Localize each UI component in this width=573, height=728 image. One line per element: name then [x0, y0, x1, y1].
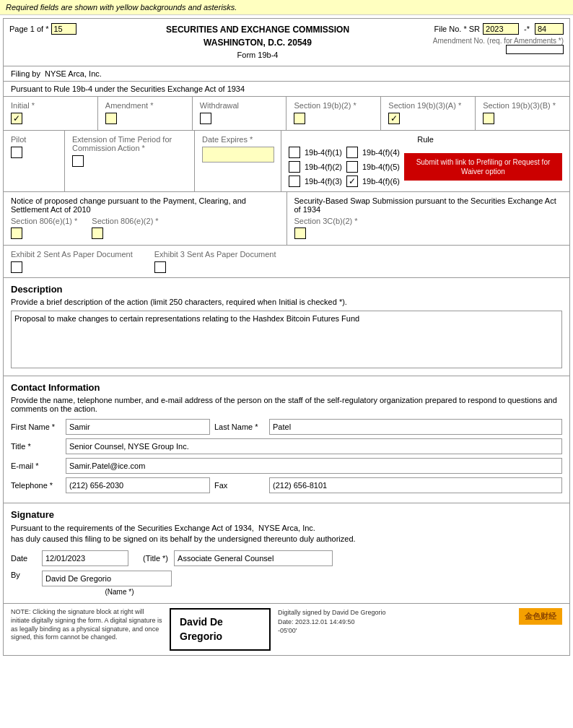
file-no-label: File No. * SR	[434, 25, 480, 33]
exhibit3-group: Exhibit 3 Sent As Paper Document	[154, 250, 276, 273]
notice-left-title: Notice of proposed change pursuant to th…	[11, 196, 279, 214]
exhibit3-checkbox[interactable]	[154, 261, 166, 273]
contact-name-row: First Name * Last Name *	[11, 419, 562, 435]
section-19b3a-checkbox[interactable]	[388, 113, 400, 124]
name-note: (Name *)	[67, 588, 172, 596]
exhibit2-label: Exhibit 2 Sent As Paper Document	[11, 250, 133, 259]
pilot-ext-section: Pilot Extension of Time Period for Commi…	[4, 131, 569, 192]
page-total-input[interactable]	[51, 23, 76, 35]
initial-label: Initial *	[11, 101, 90, 110]
signature-text: Pursuant to the requirements of the Secu…	[11, 523, 562, 545]
rule-19b4f6-checkbox[interactable]	[346, 176, 358, 187]
rule-19b4f3-checkbox[interactable]	[289, 176, 300, 187]
rule-19b4f1-checkbox[interactable]	[289, 147, 300, 158]
rule-19b4f4-label: 19b-4(f)(4)	[362, 148, 400, 157]
title-input[interactable]	[66, 438, 562, 454]
pilot-label: Pilot	[11, 135, 57, 144]
section-19b3a-group: Section 19(b)(3)(A) *	[381, 97, 476, 130]
amendment-label: Amendment No. (req. for Amendments *)	[433, 37, 564, 45]
by-name-input[interactable]	[42, 571, 172, 586]
digital-sig-info: Digitally signed by David De Gregorio Da…	[278, 608, 512, 636]
section-806e1-checkbox[interactable]	[11, 228, 22, 239]
telephone-label: Telephone *	[11, 481, 61, 490]
by-label: By	[11, 571, 36, 579]
section-19b3b-checkbox[interactable]	[483, 113, 494, 124]
rule-19b4f5-checkbox[interactable]	[346, 161, 358, 173]
description-section: Description Provide a brief description …	[4, 278, 569, 376]
initial-checkbox[interactable]	[11, 113, 22, 124]
section-806e2-checkbox[interactable]	[92, 228, 103, 239]
last-name-input[interactable]	[269, 419, 562, 435]
file-no-year-input[interactable]	[483, 23, 519, 35]
rule-block: Rule 19b-4(f)(1) 19b-4(f)(4) Submit with…	[281, 131, 569, 191]
date-input[interactable]	[42, 550, 128, 566]
section-806e2-group: Section 806(e)(2) *	[92, 217, 158, 240]
file-no-num-input[interactable]	[535, 23, 564, 35]
last-name-label: Last Name *	[214, 422, 265, 431]
contact-phone-row: Telephone * Fax	[11, 477, 562, 493]
filing-by-label: Filing by	[11, 69, 40, 78]
section-806e1-group: Section 806(e)(1) *	[11, 217, 77, 240]
checkboxes-row: Initial * Amendment * Withdrawal Section…	[4, 97, 569, 131]
title-field-input[interactable]	[174, 550, 333, 566]
pursuant-row: Pursuant to Rule 19b-4 under the Securit…	[4, 82, 569, 97]
file-number-area: File No. * SR -* Amendment No. (req. for…	[419, 23, 564, 54]
date-expires-input[interactable]	[202, 147, 274, 162]
extension-label: Extension of Time Period for Commission …	[72, 135, 187, 152]
fax-input[interactable]	[269, 477, 562, 493]
title-field-label: (Title *)	[143, 554, 168, 563]
watermark: 金色财经	[519, 608, 562, 625]
section-3cb2-checkbox[interactable]	[294, 228, 306, 239]
digital-signature-section: NOTE: Clicking the signature block at ri…	[4, 604, 569, 655]
rule-19b4f2-checkbox[interactable]	[289, 161, 300, 173]
pilot-checkbox[interactable]	[11, 147, 22, 158]
withdrawal-label: Withdrawal	[200, 101, 279, 110]
form-title: SECURITIES AND EXCHANGE COMMISSION WASHI…	[96, 23, 419, 61]
contact-title: Contact Information	[11, 382, 562, 393]
email-input[interactable]	[66, 458, 562, 474]
section-19b3b-group: Section 19(b)(3)(B) *	[476, 97, 569, 130]
rule-19b4f4-checkbox[interactable]	[346, 147, 358, 158]
exhibit-section: Exhibit 2 Sent As Paper Document Exhibit…	[4, 246, 569, 278]
digital-sig-block[interactable]: David De Gregorio	[170, 608, 271, 651]
notice-section: Notice of proposed change pursuant to th…	[4, 192, 569, 246]
contact-section: Contact Information Provide the name, te…	[4, 376, 569, 503]
amendment-checkbox[interactable]	[105, 113, 117, 124]
fax-label: Fax	[214, 481, 265, 490]
section-3cb2-label: Section 3C(b)(2) *	[294, 217, 563, 225]
date-label: Date	[11, 554, 36, 563]
notice-right-title: Security-Based Swap Submission pursuant …	[294, 196, 563, 214]
description-textarea[interactable]: Proposal to make changes to certain repr…	[11, 311, 562, 368]
exhibit2-group: Exhibit 2 Sent As Paper Document	[11, 250, 133, 273]
page-indicator: Page 1 of *	[9, 23, 96, 35]
header-section: Page 1 of * SECURITIES AND EXCHANGE COMM…	[4, 19, 569, 66]
rule-19b4f5-label: 19b-4(f)(5)	[362, 162, 400, 171]
amendment-input[interactable]	[506, 45, 564, 54]
amendment-label: Amendment *	[105, 101, 185, 110]
pursuant-text: Pursuant to Rule 19b-4 under the Securit…	[11, 84, 245, 93]
extension-block: Extension of Time Period for Commission …	[65, 131, 195, 191]
rule-19b4f1-label: 19b-4(f)(1)	[305, 148, 342, 157]
telephone-input[interactable]	[66, 477, 210, 493]
extension-checkbox[interactable]	[72, 155, 84, 167]
section-806e2-label: Section 806(e)(2) *	[92, 217, 158, 225]
filing-by-row: Filing by NYSE Arca, Inc.	[4, 66, 569, 82]
first-name-input[interactable]	[66, 419, 210, 435]
description-note: Provide a brief description of the actio…	[11, 298, 562, 306]
section-19b2-checkbox[interactable]	[294, 113, 305, 124]
exhibit3-label: Exhibit 3 Sent As Paper Document	[154, 250, 276, 259]
exhibit2-checkbox[interactable]	[11, 261, 22, 273]
required-notice: Required fields are shown with yellow ba…	[0, 0, 573, 15]
submit-waiver-button[interactable]: Submit with link to Prefiling or Request…	[404, 153, 562, 181]
description-title: Description	[11, 284, 562, 295]
withdrawal-checkbox[interactable]	[200, 113, 211, 124]
signature-title: Signature	[11, 509, 562, 520]
page-label: Page 1 of *	[9, 25, 48, 33]
contact-title-row: Title *	[11, 438, 562, 454]
contact-note: Provide the name, telephone number, and …	[11, 396, 562, 413]
date-expires-block: Date Expires *	[195, 131, 281, 191]
date-expires-label: Date Expires *	[202, 135, 274, 144]
rule-19b4f2-label: 19b-4(f)(2)	[305, 162, 342, 171]
notice-left: Notice of proposed change pursuant to th…	[4, 192, 287, 245]
section-806e1-label: Section 806(e)(1) *	[11, 217, 77, 225]
